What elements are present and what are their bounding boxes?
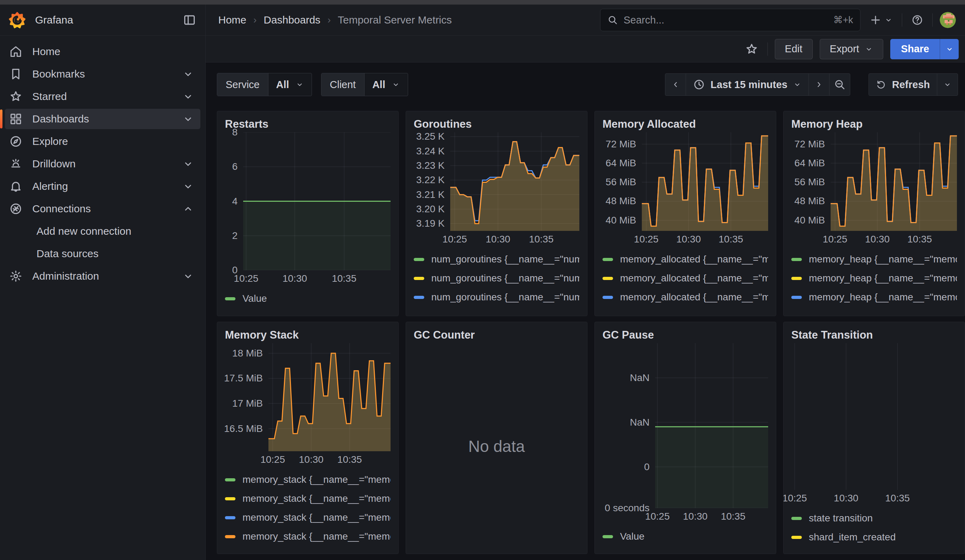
panel-grid: Restarts8642010:2510:3010:35ValueGorouti… bbox=[217, 111, 965, 554]
legend-item[interactable]: memory_allocated {__name__="memo bbox=[602, 250, 768, 269]
sidebar: Grafana HomeBookmarksStarredDashboardsEx… bbox=[0, 5, 206, 560]
panel-title[interactable]: GC Counter bbox=[414, 327, 579, 343]
sidebar-item-label: Administration bbox=[32, 270, 182, 282]
sidebar-item-label: Starred bbox=[32, 90, 182, 103]
sidebar-item-explore[interactable]: Explore bbox=[5, 131, 200, 152]
y-axis: NaNNaN00 seconds bbox=[602, 343, 655, 508]
legend-item[interactable]: memory_allocated {__name__="memo bbox=[602, 288, 768, 307]
refresh-icon bbox=[876, 79, 886, 90]
legend-item[interactable]: memory_allocated {__name__="memo bbox=[602, 269, 768, 288]
search-box[interactable]: ⌘+k bbox=[600, 9, 860, 31]
sidebar-item-label: Bookmarks bbox=[32, 68, 182, 80]
add-button[interactable] bbox=[867, 12, 895, 28]
y-axis: 18 MiB17.5 MiB17 MiB16.5 MiB bbox=[225, 343, 268, 451]
chart-plot[interactable] bbox=[450, 132, 579, 231]
legend-item[interactable]: memory_allocated {__name__="memo bbox=[602, 307, 768, 312]
panel-title[interactable]: Memory Allocated bbox=[602, 116, 768, 132]
y-axis-label: 40 MiB bbox=[795, 215, 825, 226]
legend-item[interactable]: memory_stack {__name__="memory_s bbox=[225, 527, 391, 546]
divider bbox=[767, 42, 768, 56]
sidebar-item-drilldown[interactable]: Drilldown bbox=[5, 154, 200, 174]
time-range-picker[interactable]: Last 15 minutes bbox=[686, 73, 808, 95]
legend-item[interactable]: state transition bbox=[791, 509, 957, 528]
chart-plot[interactable] bbox=[831, 132, 957, 231]
legend-label: memory_allocated {__name__="memo bbox=[620, 292, 768, 303]
chart-plot[interactable] bbox=[655, 343, 768, 508]
chevron-down-icon bbox=[793, 80, 801, 89]
legend-item[interactable]: memory_heap {__name__="memory_h bbox=[791, 269, 957, 288]
sidebar-item-dashboards[interactable]: Dashboards bbox=[5, 109, 200, 129]
avatar[interactable] bbox=[940, 12, 956, 28]
share-menu-button[interactable] bbox=[940, 39, 959, 59]
breadcrumb-home[interactable]: Home bbox=[218, 14, 246, 26]
sidebar-item-alerting[interactable]: Alerting bbox=[5, 176, 200, 196]
chart-plot[interactable] bbox=[793, 343, 957, 490]
sidebar-item-home[interactable]: Home bbox=[5, 41, 200, 62]
favorite-button[interactable] bbox=[743, 40, 761, 58]
panel-title[interactable]: Goroutines bbox=[414, 116, 579, 132]
share-button[interactable]: Share bbox=[890, 39, 940, 59]
legend-swatch bbox=[225, 497, 236, 500]
legend-label: state transition bbox=[809, 513, 873, 524]
breadcrumb-dashboards[interactable]: Dashboards bbox=[263, 14, 321, 26]
sidebar-item-label: Data sources bbox=[36, 248, 194, 260]
legend-item[interactable]: memory_heap {__name__="memory_h bbox=[791, 307, 957, 312]
y-axis-label: NaN bbox=[630, 372, 649, 384]
sidebar-item-bookmarks[interactable]: Bookmarks bbox=[5, 64, 200, 84]
chart-plot[interactable] bbox=[268, 343, 391, 451]
sidebar-item-label: Alerting bbox=[32, 180, 182, 192]
y-axis-label: 3.24 K bbox=[416, 145, 445, 157]
panel-title[interactable]: GC Pause bbox=[602, 327, 768, 343]
panel-title[interactable]: Memory Stack bbox=[225, 327, 391, 343]
legend-item[interactable]: num_goroutines {__name__="num_gor bbox=[414, 288, 579, 307]
breadcrumb-separator: › bbox=[254, 15, 257, 26]
x-axis-label: 10:25 bbox=[634, 233, 659, 245]
time-shift-back-button[interactable] bbox=[665, 73, 686, 95]
legend-item[interactable]: num_goroutines {__name__="num_gor bbox=[414, 307, 579, 312]
edit-button[interactable]: Edit bbox=[775, 39, 813, 59]
legend-item[interactable]: shard_item_created bbox=[791, 528, 957, 547]
legend-label: memory_heap {__name__="memory_h bbox=[809, 254, 957, 265]
legend-item[interactable]: Value bbox=[602, 527, 768, 546]
help-button[interactable] bbox=[909, 12, 925, 28]
client-filter[interactable]: Client All bbox=[321, 73, 408, 96]
sidebar-item-starred[interactable]: Starred bbox=[5, 87, 200, 107]
y-axis-label: 3.22 K bbox=[416, 175, 445, 186]
legend-item[interactable]: memory_heap {__name__="memory_h bbox=[791, 288, 957, 307]
zoom-out-button[interactable] bbox=[829, 73, 850, 95]
legend-item[interactable]: memory_stack {__name__="memory_s bbox=[225, 508, 391, 527]
legend-item[interactable]: memory_stack {__name__="memory_s bbox=[225, 489, 391, 508]
panel-title[interactable]: Memory Heap bbox=[791, 116, 957, 132]
sidebar-item-add-new-connection[interactable]: Add new connection bbox=[5, 221, 200, 242]
y-axis-label: 17 MiB bbox=[232, 398, 263, 409]
legend-item[interactable]: Value bbox=[225, 289, 391, 308]
compass-icon bbox=[9, 135, 23, 148]
y-axis-label: 18 MiB bbox=[232, 348, 263, 359]
plus-icon bbox=[870, 14, 882, 26]
service-filter[interactable]: Service All bbox=[217, 73, 312, 96]
legend-item[interactable]: num_goroutines {__name__="num_gor bbox=[414, 269, 579, 288]
sidebar-item-administration[interactable]: Administration bbox=[5, 266, 200, 286]
legend-item[interactable]: memory_stack {__name__="memory_s bbox=[225, 470, 391, 489]
variable-filters: Service All Client All bbox=[217, 73, 408, 96]
panel-title[interactable]: State Transition bbox=[791, 327, 957, 343]
sidebar-collapse-icon[interactable] bbox=[183, 13, 196, 27]
export-button[interactable]: Export bbox=[820, 39, 883, 59]
grafana-logo-icon[interactable] bbox=[8, 11, 26, 29]
chart-plot[interactable] bbox=[642, 132, 768, 231]
time-shift-forward-button[interactable] bbox=[808, 73, 829, 95]
star-icon bbox=[745, 42, 758, 56]
sidebar-item-data-sources[interactable]: Data sources bbox=[5, 243, 200, 264]
refresh-label: Refresh bbox=[892, 79, 930, 90]
legend-item[interactable]: memory_heap {__name__="memory_h bbox=[791, 250, 957, 269]
search-input[interactable] bbox=[623, 14, 829, 26]
refresh-button[interactable]: Refresh bbox=[869, 73, 937, 95]
refresh-interval-button[interactable] bbox=[937, 73, 958, 95]
panel-title[interactable]: Restarts bbox=[225, 116, 391, 132]
legend-item[interactable]: num_goroutines {__name__="num_gor bbox=[414, 250, 579, 269]
y-axis: 86420 bbox=[225, 132, 243, 270]
connections-icon bbox=[9, 202, 23, 216]
chart-plot[interactable] bbox=[243, 132, 391, 270]
star-icon bbox=[9, 90, 23, 103]
sidebar-item-connections[interactable]: Connections bbox=[5, 199, 200, 219]
